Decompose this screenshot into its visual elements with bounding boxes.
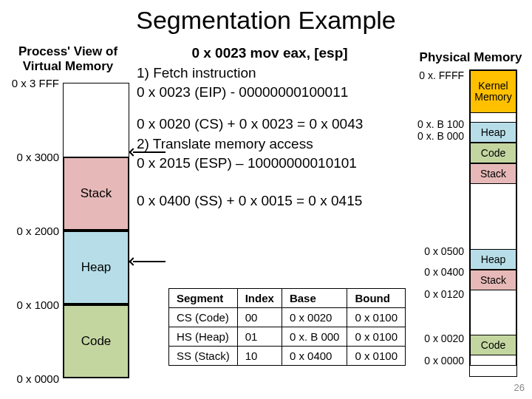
pm-stack-segment-1: Stack xyxy=(470,163,516,184)
cell: HS (Heap) xyxy=(169,327,238,347)
pm-addr-b000: 0 x. B 000 xyxy=(412,130,464,142)
pv-addr-3fff: 0 x 3 FFF xyxy=(7,77,59,89)
pv-code-segment: Code xyxy=(63,304,129,378)
pm-heap-segment-1: Heap xyxy=(470,122,516,143)
translate-line-2: 2) Translate memory access xyxy=(137,135,403,154)
translate-line-1: 0 x 0020 (CS) + 0 x 0023 = 0 x 0043 xyxy=(137,115,403,134)
cell: CS (Code) xyxy=(169,308,238,327)
pm-addr-0000: 0 x 0000 xyxy=(412,355,464,366)
pv-heap-segment: Heap xyxy=(63,231,129,304)
physical-memory-label: Physical Memory xyxy=(415,50,526,65)
pm-heap-segment-2: Heap xyxy=(470,249,516,270)
fetch-line-2: 0 x 0023 (EIP) - 00000000100011 xyxy=(137,83,403,102)
seg-th-segment: Segment xyxy=(169,289,238,308)
pv-addr-3000: 0 x 3000 xyxy=(7,151,59,163)
pv-stack-segment: Stack xyxy=(63,157,129,231)
pm-kernel-segment: Kernel Memory xyxy=(470,70,516,113)
pm-gap xyxy=(470,184,516,249)
pm-addr-0020: 0 x 0020 xyxy=(412,332,464,344)
process-virtual-memory-column: Stack Heap Code xyxy=(63,83,129,378)
pm-addr-0400: 0 x 0400 xyxy=(412,266,464,278)
page-number: 26 xyxy=(514,382,525,393)
cell: 01 xyxy=(237,327,282,347)
cell: SS (Stack) xyxy=(169,347,238,366)
seg-th-bound: Bound xyxy=(347,289,406,308)
pv-gap xyxy=(63,83,129,157)
pm-code-segment-1: Code xyxy=(470,143,516,163)
pv-addr-0000: 0 x 0000 xyxy=(7,372,59,385)
cell: 0 x 0100 xyxy=(347,347,406,366)
cell: 0 x 0100 xyxy=(347,308,406,327)
seg-th-index: Index xyxy=(237,289,282,308)
pv-addr-2000: 0 x 2000 xyxy=(7,225,59,237)
pm-gap xyxy=(470,355,516,366)
pm-gap xyxy=(470,113,516,122)
cell: 0 x 0400 xyxy=(282,347,347,366)
physical-memory-column: Kernel Memory Heap Code Stack Heap Stack… xyxy=(469,69,517,377)
pm-addr-b100: 0 x. B 100 xyxy=(412,118,464,130)
pm-code-segment-2: Code xyxy=(470,335,516,355)
arrow-line xyxy=(133,151,166,153)
pm-addr-ffff: 0 x. FFFF xyxy=(412,69,464,81)
cell: 00 xyxy=(237,308,282,327)
cell: 0 x. B 000 xyxy=(282,327,347,347)
ss-line: 0 x 0400 (SS) + 0 x 0015 = 0 x 0415 xyxy=(137,192,403,211)
table-row: CS (Code) 00 0 x 0020 0 x 0100 xyxy=(169,308,406,327)
table-row: SS (Stack) 10 0 x 0400 0 x 0100 xyxy=(169,347,406,366)
fetch-line-1: 1) Fetch instruction xyxy=(137,64,403,83)
pm-gap xyxy=(470,290,516,335)
segment-table: Segment Index Base Bound CS (Code) 00 0 … xyxy=(168,288,406,366)
page-title: Segmentation Example xyxy=(0,0,532,35)
explanation-block: 0 x 0023 mov eax, [esp] 1) Fetch instruc… xyxy=(137,44,403,212)
cell: 0 x 0100 xyxy=(347,327,406,347)
seg-th-base: Base xyxy=(282,289,347,308)
instruction-line: 0 x 0023 mov eax, [esp] xyxy=(137,44,403,63)
pv-addr-1000: 0 x 1000 xyxy=(7,299,59,311)
cell: 10 xyxy=(237,347,282,366)
pm-stack-segment-2: Stack xyxy=(470,270,516,290)
process-view-label: Process' View of Virtual Memory xyxy=(9,44,127,73)
pm-addr-0120: 0 x 0120 xyxy=(412,288,464,300)
cell: 0 x 0020 xyxy=(282,308,347,327)
arrow-line xyxy=(133,261,166,262)
translate-line-3: 0 x 2015 (ESP) – 10000000010101 xyxy=(137,154,403,173)
table-row: HS (Heap) 01 0 x. B 000 0 x 0100 xyxy=(169,327,406,347)
pm-addr-0500: 0 x 0500 xyxy=(412,245,464,257)
